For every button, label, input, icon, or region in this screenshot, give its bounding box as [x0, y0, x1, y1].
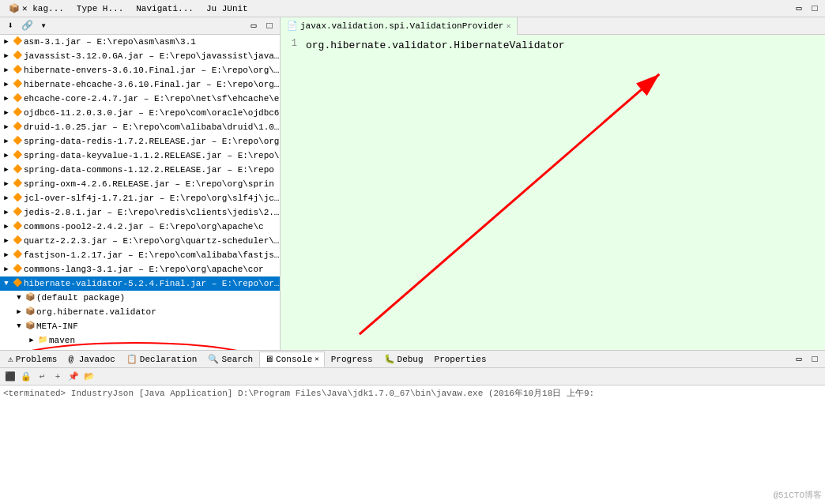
- scroll-lock-btn[interactable]: 🔒: [19, 370, 33, 384]
- tree-arrow[interactable]: ▶: [2, 235, 11, 247]
- tree-arrow[interactable]: ▶: [2, 50, 11, 62]
- pkg-icon: 📦: [24, 306, 36, 318]
- tree-arrow[interactable]: ▼: [2, 277, 11, 290]
- left-maximize-btn[interactable]: □: [262, 19, 277, 33]
- code-area: org.hibernate.validator.HibernateValidat…: [306, 38, 822, 54]
- tree-item[interactable]: ▶🔶quartz-2.2.3.jar – E:\repo\org\quartz-…: [0, 234, 280, 248]
- tree-item[interactable]: ▶🔶jcl-over-slf4j-1.7.21.jar – E:\repo\or…: [0, 191, 280, 205]
- tree-item[interactable]: ▶🔶commons-lang3-3.1.jar – E:\repo\org\ap…: [0, 262, 280, 276]
- bottom-toolbar: ⬛ 🔒 ↩ + 📌 📂: [0, 368, 825, 386]
- tree-arrow[interactable]: ▶: [2, 64, 11, 77]
- jar-icon: 🔶: [11, 164, 24, 176]
- clear-console-btn[interactable]: ⬛: [3, 370, 17, 384]
- tab-problems[interactable]: ⚠ Problems: [3, 352, 62, 367]
- tree-arrow[interactable]: ▶: [27, 334, 36, 347]
- jar-icon: 🔶: [11, 277, 24, 290]
- tree-arrow[interactable]: ▶: [2, 192, 11, 205]
- tree-arrow[interactable]: ▶: [2, 164, 11, 176]
- tree-label: jcl-over-slf4j-1.7.21.jar – E:\repo\org\…: [24, 192, 280, 205]
- tab-junit[interactable]: Ju JUnit: [201, 1, 254, 17]
- tree-item[interactable]: ▶🔶druid-1.0.25.jar – E:\repo\com\alibaba…: [0, 120, 280, 134]
- tree-item[interactable]: ▶📦org.hibernate.validator: [0, 305, 280, 319]
- new-console-btn[interactable]: +: [51, 370, 65, 384]
- tree-arrow[interactable]: ▶: [2, 249, 11, 261]
- tree-item[interactable]: ▶🔶spring-data-keyvalue-1.1.2.RELEASE.jar…: [0, 149, 280, 163]
- tree-item[interactable]: ▼📦(default package): [0, 291, 280, 305]
- svg-line-2: [360, 74, 659, 334]
- tree-item[interactable]: ▶🔶fastjson-1.2.17.jar – E:\repo\com\alib…: [0, 248, 280, 262]
- close-icon[interactable]: ✕: [506, 21, 510, 31]
- word-wrap-btn[interactable]: ↩: [35, 370, 49, 384]
- tree-arrow[interactable]: ▶: [2, 178, 11, 190]
- minimize-btn[interactable]: ▭: [792, 2, 806, 16]
- pin-btn[interactable]: 📌: [66, 370, 81, 384]
- tree-arrow[interactable]: ▶: [2, 135, 11, 148]
- tab-progress[interactable]: Progress: [326, 352, 378, 367]
- tree-item[interactable]: ▶🔶jedis-2.8.1.jar – E:\repo\redis\client…: [0, 205, 280, 220]
- tree-item[interactable]: ▶🔶asm-3.1.jar – E:\repo\asm\asm\3.1: [0, 35, 280, 49]
- pkg-icon: 📦: [24, 320, 36, 333]
- tree-item[interactable]: ▶🔶javassist-3.12.0.GA.jar – E:\repo\java…: [0, 49, 280, 63]
- tree-item[interactable]: ▶🔶hibernate-ehcache-3.6.10.Final.jar – E…: [0, 77, 280, 92]
- line-numbers: 1: [281, 38, 300, 49]
- file-icon: 📄: [287, 21, 298, 31]
- tree-view[interactable]: ▶🔶asm-3.1.jar – E:\repo\asm\asm\3.1▶🔶jav…: [0, 35, 280, 350]
- tree-label: maven: [49, 334, 75, 347]
- tree-item[interactable]: ▶🔶hibernate-envers-3.6.10.Final.jar – E:…: [0, 63, 280, 77]
- tree-item[interactable]: ▶📁maven: [0, 333, 280, 348]
- left-minimize-btn[interactable]: ▭: [247, 19, 261, 33]
- open-file-btn[interactable]: 📂: [82, 370, 96, 384]
- tree-arrow[interactable]: ▶: [2, 107, 11, 119]
- tab-debug[interactable]: 🐛 Debug: [379, 352, 428, 367]
- tree-item[interactable]: ▶🔶ehcache-core-2.4.7.jar – E:\repo\net\s…: [0, 92, 280, 106]
- top-tab-bar: 📦 ✕ kag... Type H... Navigati... Ju JUni…: [0, 0, 825, 17]
- editor-tab-validationprovider[interactable]: 📄 javax.validation.spi.ValidationProvide…: [281, 17, 518, 35]
- menu-btn[interactable]: ▾: [36, 19, 51, 33]
- bottom-tab-bar: ⚠ Problems @ Javadoc 📋 Declaration 🔍 Sea…: [0, 351, 825, 368]
- jar-icon: 🔶: [11, 78, 24, 91]
- tree-arrow[interactable]: ▶: [2, 149, 11, 162]
- tree-arrow[interactable]: ▶: [2, 78, 11, 91]
- tab-package-explorer[interactable]: 📦 ✕ kag...: [3, 1, 70, 17]
- console-terminated-line: <terminated> IndustryJson [Java Applicat…: [3, 387, 822, 400]
- tree-item[interactable]: ▼🔶hibernate-validator-5.2.4.Final.jar – …: [0, 276, 280, 291]
- tree-arrow[interactable]: ▶: [2, 206, 11, 219]
- tree-arrow[interactable]: ▶: [2, 121, 11, 134]
- tab-navigator[interactable]: Navigati...: [130, 1, 199, 17]
- tab-javadoc[interactable]: @ Javadoc: [63, 352, 119, 367]
- tree-arrow[interactable]: ▶: [2, 220, 11, 233]
- tree-arrow[interactable]: ▶: [2, 36, 11, 48]
- left-panel-toolbar: ⬇ 🔗 ▾ ▭ □: [0, 17, 280, 35]
- collapse-all-btn[interactable]: ⬇: [3, 19, 17, 33]
- tree-label: commons-lang3-3.1.jar – E:\repo\org\apac…: [24, 263, 264, 276]
- tab-properties[interactable]: Properties: [430, 352, 492, 367]
- tree-arrow[interactable]: ▼: [14, 291, 24, 304]
- tab-declaration[interactable]: 📋 Declaration: [122, 352, 202, 367]
- tab-search[interactable]: 🔍 Search: [203, 352, 258, 367]
- tree-arrow[interactable]: ▶: [14, 306, 24, 318]
- tree-item[interactable]: ▶🔶spring-data-commons-1.12.2.RELEASE.jar…: [0, 163, 280, 177]
- tree-arrow[interactable]: ▼: [14, 320, 24, 333]
- tab-console[interactable]: 🖥 Console ✕: [259, 352, 325, 367]
- jar-icon: 🔶: [11, 178, 24, 190]
- bottom-maximize-btn[interactable]: □: [808, 352, 822, 367]
- code-line-1: org.hibernate.validator.HibernateValidat…: [306, 38, 822, 54]
- tree-label: javassist-3.12.0.GA.jar – E:\repo\javass…: [24, 50, 280, 62]
- tree-item[interactable]: ▶🔶commons-pool2-2.4.2.jar – E:\repo\org\…: [0, 220, 280, 234]
- tree-item[interactable]: ▼📦META-INF: [0, 319, 280, 333]
- maximize-btn[interactable]: □: [808, 2, 822, 16]
- tree-item[interactable]: ▼📁services: [0, 348, 280, 350]
- link-btn[interactable]: 🔗: [20, 19, 34, 33]
- tree-arrow[interactable]: ▶: [2, 92, 11, 105]
- tree-arrow[interactable]: ▼: [27, 348, 36, 350]
- tree-arrow[interactable]: ▶: [2, 263, 11, 276]
- tree-item[interactable]: ▶🔶spring-data-redis-1.7.2.RELEASE.jar – …: [0, 134, 280, 149]
- tree-item[interactable]: ▶🔶spring-oxm-4.2.6.RELEASE.jar – E:\repo…: [0, 177, 280, 191]
- console-close-icon[interactable]: ✕: [315, 355, 318, 363]
- bottom-panel: ⚠ Problems @ Javadoc 📋 Declaration 🔍 Sea…: [0, 350, 825, 504]
- tree-item[interactable]: ▶🔶ojdbc6-11.2.0.3.0.jar – E:\repo\com\or…: [0, 106, 280, 120]
- tab-type-hierarchy[interactable]: Type H...: [71, 1, 129, 17]
- declaration-icon: 📋: [126, 354, 138, 364]
- bottom-minimize-btn[interactable]: ▭: [792, 352, 806, 367]
- jar-icon: 🔶: [11, 64, 24, 77]
